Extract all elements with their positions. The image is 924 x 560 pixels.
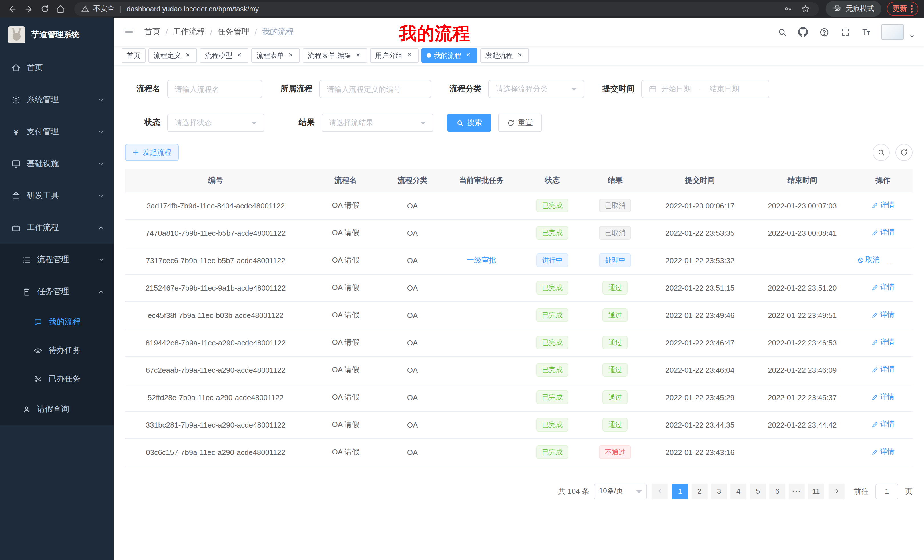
github-icon[interactable]	[796, 26, 809, 38]
tab-user-group[interactable]: 用户分组×	[370, 48, 418, 63]
home-icon[interactable]	[54, 2, 68, 16]
security-label[interactable]: 不安全	[93, 4, 114, 14]
browser-menu-icon[interactable]	[911, 5, 913, 13]
reset-button[interactable]: 重置	[498, 114, 542, 132]
result-select[interactable]: 请选择流结果	[321, 114, 434, 132]
detail-action-link[interactable]: 详情	[872, 310, 895, 320]
sidebar-item-done-task[interactable]: 已办任务	[0, 365, 114, 393]
detail-action-link[interactable]: 详情	[872, 420, 895, 430]
pager-page-4[interactable]: 4	[730, 483, 746, 499]
breadcrumb-separator: /	[210, 27, 213, 36]
cell-result: 通过	[582, 411, 649, 439]
fullscreen-icon[interactable]	[839, 26, 852, 38]
sidebar-item-home[interactable]: 首页	[0, 52, 114, 84]
search-icon[interactable]	[776, 26, 788, 38]
breadcrumb-home[interactable]: 首页	[144, 27, 160, 37]
tab-home[interactable]: 首页	[122, 48, 146, 63]
sidebar-item-process-mgmt[interactable]: 流程管理	[0, 244, 114, 276]
cell-current-task	[440, 301, 523, 329]
url-text[interactable]: dashboard.yudao.iocoder.cn/bpm/task/my	[127, 5, 259, 13]
tab-my-process[interactable]: 我的流程×	[422, 48, 477, 63]
address-bar[interactable]: 不安全 | dashboard.yudao.iocoder.cn/bpm/tas…	[74, 2, 819, 16]
detail-action-link[interactable]: 详情	[872, 283, 895, 293]
sidebar-item-infrastructure[interactable]: 基础设施	[0, 148, 114, 180]
cancel-action-link[interactable]: 取消	[857, 256, 880, 265]
tab-process-model[interactable]: 流程模型×	[200, 48, 248, 63]
breadcrumb-separator: /	[166, 27, 168, 36]
close-icon[interactable]: ×	[354, 51, 362, 59]
breadcrumb-task-mgmt[interactable]: 任务管理	[218, 27, 249, 37]
pager-ellipsis[interactable]: ···	[789, 483, 805, 499]
detail-action-link[interactable]: 详情	[872, 338, 895, 347]
category-select[interactable]: 请选择流程分类	[488, 80, 584, 98]
bookmark-star-icon[interactable]	[798, 2, 812, 16]
pager-page-11[interactable]: 11	[808, 483, 824, 499]
pager-page-6[interactable]: 6	[769, 483, 785, 499]
pager-page-3[interactable]: 3	[711, 483, 727, 499]
start-process-button[interactable]: 发起流程	[125, 144, 179, 161]
search-button[interactable]: 搜索	[447, 114, 491, 132]
prev-page-button[interactable]	[652, 483, 668, 499]
sidebar-item-my-process[interactable]: 我的流程	[0, 308, 114, 336]
tab-process-form[interactable]: 流程表单×	[251, 48, 300, 63]
caret-down-icon[interactable]	[909, 31, 915, 40]
detail-action-link[interactable]: 详情	[872, 447, 895, 457]
address-separator: |	[120, 5, 122, 13]
cell-end-time	[751, 439, 854, 466]
sidebar-item-task-mgmt[interactable]: 任务管理	[0, 276, 114, 308]
toggle-search-button[interactable]	[873, 144, 890, 161]
sidebar-item-todo-task[interactable]: 待办任务	[0, 336, 114, 365]
next-page-button[interactable]	[829, 483, 844, 499]
sidebar-toggle-icon[interactable]	[123, 26, 135, 38]
submit-time-label: 提交时间	[598, 84, 634, 94]
close-icon[interactable]: ×	[235, 51, 243, 59]
active-dot	[427, 53, 431, 58]
tab-process-form-edit[interactable]: 流程表单-编辑×	[303, 48, 367, 63]
close-icon[interactable]: ×	[464, 51, 472, 59]
sidebar-item-system[interactable]: 系统管理	[0, 84, 114, 116]
app-logo[interactable]: 芋道管理系统	[0, 18, 114, 52]
pager-page-1[interactable]: 1	[672, 483, 688, 499]
gear-icon	[11, 95, 21, 105]
cell-id: 52ffd28e-7b9a-11ec-a290-acde48001122	[125, 383, 306, 411]
back-icon[interactable]	[6, 2, 20, 16]
pager-page-5[interactable]: 5	[750, 483, 766, 499]
update-button[interactable]: 更新	[887, 2, 918, 16]
tab-label: 流程定义	[154, 51, 181, 60]
close-icon[interactable]: ×	[516, 51, 524, 59]
font-size-icon[interactable]	[860, 26, 873, 38]
sidebar-item-payment[interactable]: ¥ 支付管理	[0, 116, 114, 148]
breadcrumb-workflow[interactable]: 工作流程	[173, 27, 205, 37]
tab-process-definition[interactable]: 流程定义×	[148, 48, 197, 63]
cell-status: 已完成	[523, 219, 582, 247]
close-icon[interactable]: ×	[184, 51, 192, 59]
tab-start-process[interactable]: 发起流程×	[480, 48, 529, 63]
forward-icon[interactable]	[22, 2, 35, 16]
goto-page-input[interactable]	[876, 483, 898, 499]
refresh-table-button[interactable]	[896, 144, 913, 161]
pager-page-2[interactable]: 2	[692, 483, 708, 499]
detail-action-link[interactable]: 详情	[872, 392, 895, 402]
close-icon[interactable]: ×	[286, 51, 295, 59]
sidebar-item-workflow[interactable]: 工作流程	[0, 212, 114, 244]
clipboard-icon	[22, 287, 31, 296]
cell-process-name: OA 请假	[306, 301, 385, 329]
process-name-input[interactable]	[167, 80, 262, 98]
current-task-link[interactable]: 一级审批	[466, 256, 496, 264]
status-select[interactable]: 请选择状态	[167, 114, 264, 132]
reload-icon[interactable]	[38, 2, 51, 16]
key-icon[interactable]	[781, 2, 794, 16]
sidebar-item-devtools[interactable]: 研发工具	[0, 180, 114, 212]
detail-action-link[interactable]: 详情	[872, 201, 895, 210]
help-icon[interactable]	[818, 26, 830, 38]
sidebar-item-leave-query[interactable]: 请假查询	[0, 393, 114, 425]
process-definition-input[interactable]	[319, 80, 431, 98]
detail-action-link[interactable]: 详情	[872, 228, 895, 238]
avatar[interactable]	[881, 24, 904, 40]
close-icon[interactable]: ×	[405, 51, 414, 59]
cell-result: 不通过	[582, 439, 649, 466]
page-size-select[interactable]: 10条/页	[594, 483, 647, 499]
incognito-badge: 无痕模式	[826, 1, 881, 16]
date-range-picker[interactable]: 开始日期 - 结束日期	[641, 80, 769, 98]
detail-action-link[interactable]: 详情	[872, 365, 895, 375]
